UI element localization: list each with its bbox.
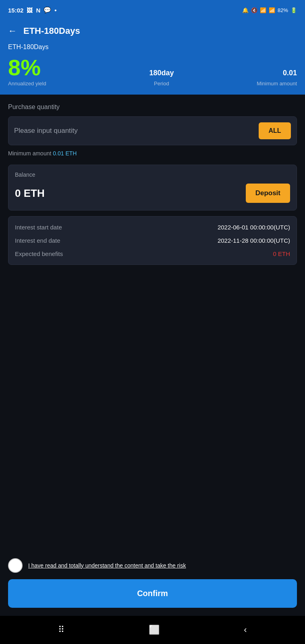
bell-icon: 🔔 (242, 7, 249, 13)
confirm-section: Confirm (0, 579, 305, 616)
header: ← ETH-180Days ETH-180Days 8 % Annualized… (0, 20, 305, 95)
agreement-text: I have read and totally understand the c… (28, 561, 186, 570)
yield-percent: % (21, 56, 41, 79)
nav-menu-icon[interactable]: ⠿ (58, 625, 64, 635)
back-button[interactable]: ← (8, 26, 17, 36)
agreement-checkbox[interactable] (8, 558, 23, 573)
status-right: 🔔 🔇 📶 📶 82% 🔋 (242, 7, 297, 13)
page-title: ETH-180Days (23, 26, 80, 36)
yield-value: 8 (8, 56, 21, 79)
quantity-input[interactable] (14, 127, 259, 135)
period-stat: 180day Period (116, 69, 207, 87)
benefits-label: Expected benefits (15, 250, 63, 257)
status-time: 15:02 (8, 7, 23, 14)
min-amount-stat: 0.01 Minimum amount (207, 69, 297, 87)
product-name: ETH-180Days (8, 43, 297, 51)
nav-back-icon[interactable]: ‹ (244, 625, 247, 635)
period-value: 180day (149, 69, 174, 77)
minimum-notice: Minimum amount 0.01 ETH (8, 150, 297, 157)
balance-row: 0 ETH Deposit (15, 184, 290, 203)
yield-stat: 8 % Annualized yield (8, 56, 116, 87)
spacer (8, 273, 297, 305)
battery-icon: 🔋 (290, 7, 297, 13)
min-amount-label: Minimum amount (257, 80, 297, 87)
wifi-icon: 📶 (260, 7, 266, 13)
bottom-nav: ⠿ ⬜ ‹ (0, 616, 305, 644)
quantity-input-container: ALL (8, 116, 297, 145)
minimum-text: Minimum amount (8, 150, 53, 157)
balance-card: Balance 0 ETH Deposit (8, 165, 297, 211)
mute-icon: 🔇 (251, 7, 257, 13)
dot-icon: • (54, 7, 56, 14)
agreement-row: I have read and totally understand the c… (0, 550, 305, 579)
end-date-value: 2022-11-28 00:00:00(UTC) (218, 237, 290, 244)
min-amount-value: 0.01 (283, 69, 297, 77)
info-row-start: Interest start date 2022-06-01 00:00:00(… (15, 224, 290, 231)
info-card: Interest start date 2022-06-01 00:00:00(… (8, 216, 297, 265)
n-icon: N (36, 7, 40, 14)
stats-row: 8 % Annualized yield 180day Period 0.01 … (8, 56, 297, 87)
confirm-button[interactable]: Confirm (8, 579, 297, 608)
deposit-button[interactable]: Deposit (246, 184, 290, 203)
info-row-end: Interest end date 2022-11-28 00:00:00(UT… (15, 237, 290, 244)
main-content: Purchase quantity ALL Minimum amount 0.0… (0, 95, 305, 550)
start-date-value: 2022-06-01 00:00:00(UTC) (218, 224, 290, 231)
benefits-value: 0 ETH (273, 250, 290, 257)
minimum-value: 0.01 ETH (53, 150, 77, 157)
status-left: 15:02 🖼 N 💬 • (8, 6, 56, 14)
photo-icon: 🖼 (27, 7, 33, 14)
status-bar: 15:02 🖼 N 💬 • 🔔 🔇 📶 📶 82% 🔋 (0, 0, 305, 20)
info-row-benefits: Expected benefits 0 ETH (15, 250, 290, 257)
nav-home-icon[interactable]: ⬜ (149, 625, 160, 635)
signal-icon: 📶 (269, 7, 275, 13)
start-date-label: Interest start date (15, 224, 62, 231)
battery-label: 82% (278, 7, 288, 13)
whatsapp-icon: 💬 (44, 6, 51, 14)
purchase-section-label: Purchase quantity (8, 95, 297, 116)
end-date-label: Interest end date (15, 237, 60, 244)
balance-value: 0 ETH (15, 187, 45, 200)
all-button[interactable]: ALL (259, 122, 291, 139)
period-label: Period (154, 80, 169, 87)
header-nav: ← ETH-180Days (8, 26, 297, 36)
yield-label: Annualized yield (8, 80, 116, 87)
balance-label: Balance (15, 171, 290, 178)
